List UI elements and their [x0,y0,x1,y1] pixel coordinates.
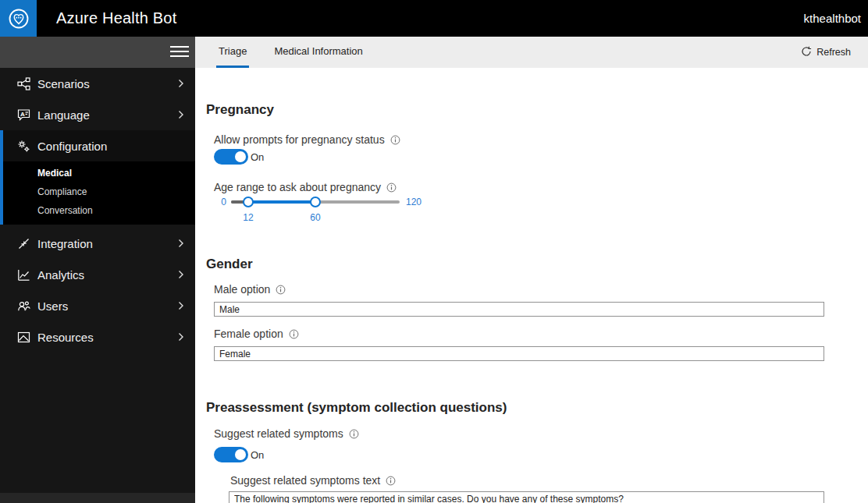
info-icon[interactable] [349,429,359,439]
tenant-name[interactable]: kthealthbot [804,0,861,37]
sidebar-section-configuration: Configuration Medical Compliance Convers… [0,130,195,225]
female-option-label: Female option [214,328,299,340]
sidebar-subitem-conversation[interactable]: Conversation [3,201,195,220]
sidebar-footer-strip [0,493,195,503]
slider-min-label: 0 [214,197,226,207]
tab-bar: Triage Medical Information Refresh [195,37,868,68]
sidebar-item-resources[interactable]: Resources [0,321,195,352]
configuration-submenu: Medical Compliance Conversation [3,161,195,225]
sidebar-item-label: Configuration [37,140,107,153]
sidebar-item-language[interactable]: A Language [0,99,195,130]
language-translate-icon: A [17,108,30,122]
sidebar-subitem-medical[interactable]: Medical [3,164,195,182]
slider-handle-low[interactable] [243,197,254,207]
refresh-icon [801,46,812,59]
info-icon[interactable] [289,329,299,339]
info-icon[interactable] [276,285,286,295]
tab-triage[interactable]: Triage [216,37,249,68]
analytics-chart-icon [17,268,30,282]
sidebar-nav: Scenarios A Language [0,68,195,352]
resources-image-icon [17,331,30,344]
slider-high-value: 60 [305,212,326,223]
sidebar-item-label: Users [37,299,68,313]
section-title-preassessment: Preassessment (symptom collection questi… [206,400,507,416]
slider-max-label: 120 [406,197,422,207]
male-option-input[interactable] [214,302,824,317]
male-option-label: Male option [214,283,286,296]
section-title-pregnancy: Pregnancy [206,102,274,118]
chevron-right-icon [178,270,184,279]
sidebar-item-label: Integration [37,237,93,250]
sidebar-header-strip [0,37,195,68]
toggle-state-label: On [251,449,264,461]
refresh-button[interactable]: Refresh [801,37,851,68]
sidebar-subitem-compliance[interactable]: Compliance [3,182,195,201]
svg-text:A: A [20,110,25,117]
integration-arrows-icon [17,237,30,250]
refresh-label: Refresh [816,47,851,58]
app-header: Azure Health Bot kthealthbot [0,0,868,37]
sidebar-item-label: Language [37,108,90,122]
chevron-right-icon [178,301,184,310]
sidebar-item-scenarios[interactable]: Scenarios [0,68,195,99]
section-title-gender: Gender [206,257,253,272]
sidebar-item-integration[interactable]: Integration [0,228,195,259]
info-icon[interactable] [390,135,400,145]
age-range-label: Age range to ask about pregnancy [214,181,397,193]
slider-handle-high[interactable] [310,197,321,207]
sidebar-item-analytics[interactable]: Analytics [0,259,195,290]
chevron-right-icon [178,79,184,88]
sidebar-item-label: Analytics [37,268,84,282]
scenarios-flow-icon [17,77,30,90]
allow-prompts-toggle[interactable]: On [214,149,264,165]
settings-panel: Pregnancy Allow prompts for pregnancy st… [195,68,868,503]
chevron-right-icon [178,332,184,342]
age-range-slider: 0 120 12 60 [214,194,448,224]
toggle-state-label: On [251,151,264,163]
suggest-symptoms-text-label: Suggest related symptoms text [230,474,396,487]
sidebar: Scenarios A Language [0,37,195,503]
suggest-symptoms-toggle[interactable]: On [214,447,264,462]
sidebar-item-label: Scenarios [37,77,90,90]
suggest-symptoms-text-input[interactable] [229,491,824,503]
info-icon[interactable] [386,476,396,486]
health-bot-heart-icon [0,0,37,37]
chevron-right-icon [178,110,184,119]
tab-medical-information[interactable]: Medical Information [272,37,365,68]
suggest-symptoms-label: Suggest related symptoms [214,427,359,440]
slider-low-value: 12 [238,212,258,223]
configuration-gears-icon [17,140,30,153]
sidebar-item-users[interactable]: Users [0,290,195,321]
sidebar-item-configuration[interactable]: Configuration [3,130,195,161]
female-option-input[interactable] [214,346,824,361]
hamburger-menu-icon[interactable] [170,46,189,58]
allow-prompts-label: Allow prompts for pregnancy status [214,133,400,146]
info-icon[interactable] [386,182,397,193]
app-title: Azure Health Bot [56,0,176,37]
users-icon [17,299,30,313]
chevron-right-icon [178,239,184,248]
sidebar-item-label: Resources [37,331,94,344]
